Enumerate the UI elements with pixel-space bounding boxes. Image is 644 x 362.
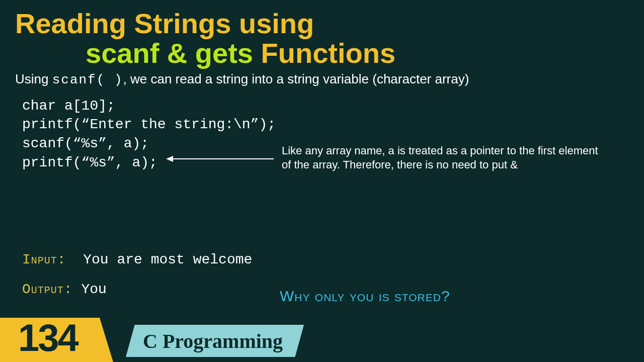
question-emph: you — [350, 288, 374, 304]
io-block: Input: You are most welcome Output: You — [22, 245, 252, 305]
annotation-text: Like any array name, a is treated as a p… — [282, 144, 604, 171]
input-value: You are most welcome — [83, 252, 252, 267]
intro-mono: scanf( ) — [52, 72, 123, 87]
title-block: Reading Strings using scanf & gets Funct… — [0, 0, 644, 68]
question-text: Why only you is stored? — [280, 288, 450, 305]
question-pre: Why only — [280, 288, 350, 304]
title-rest: Functions — [253, 37, 395, 69]
footer-badges: 134 C Programming — [0, 317, 644, 362]
input-row: Input: You are most welcome — [22, 245, 252, 275]
course-name: C Programming — [143, 329, 283, 353]
course-badge: C Programming — [126, 325, 304, 357]
svg-marker-1 — [166, 156, 173, 162]
arrow-icon — [166, 154, 277, 164]
intro-post: , we can read a string into a string var… — [123, 71, 469, 86]
output-row: Output: You — [22, 275, 252, 305]
title-line-2: scanf & gets Functions — [15, 39, 629, 68]
title-highlight: scanf & gets — [86, 37, 253, 69]
intro-text: Using scanf( ), we can read a string int… — [0, 68, 644, 87]
question-post: is stored? — [374, 288, 450, 304]
input-label: Input: — [22, 252, 66, 267]
intro-pre: Using — [15, 71, 52, 86]
output-label: Output: — [22, 282, 73, 297]
output-value: You — [81, 282, 106, 297]
title-line-1: Reading Strings using — [15, 9, 629, 39]
lesson-number: 134 — [18, 316, 77, 359]
lesson-number-badge: 134 — [0, 318, 113, 362]
